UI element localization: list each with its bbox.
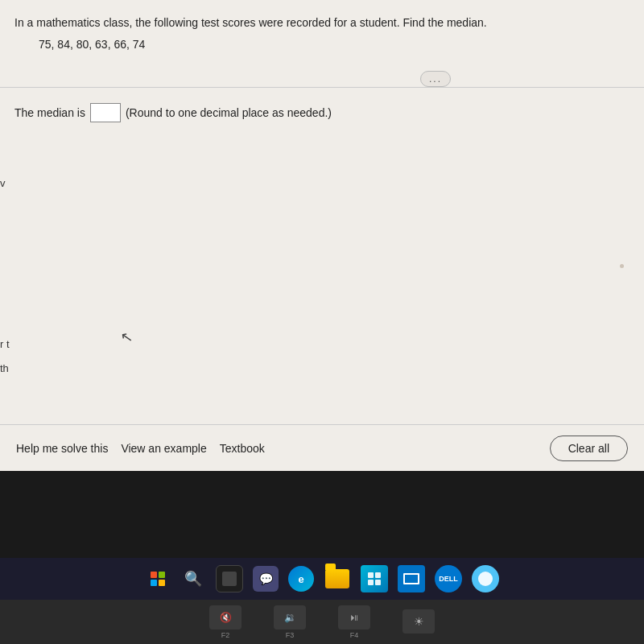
help-solve-button[interactable]: Help me solve this <box>16 436 121 461</box>
answer-note: (Round to one decimal place as needed.) <box>126 106 332 119</box>
mute-icon: 🔇 <box>209 605 242 630</box>
question-area: In a mathematics class, the following te… <box>14 14 630 64</box>
answer-input[interactable] <box>90 103 121 122</box>
answer-label-before: The median is <box>14 106 85 119</box>
keyboard-area: 🔇 F2 🔉 F3 ⏯ F4 ☀ <box>0 600 644 644</box>
taskbar-mail-icon[interactable] <box>398 565 425 592</box>
decorative-dot <box>620 264 624 268</box>
windows-taskbar: 🔍 💬 e DELL <box>0 558 644 600</box>
taskbar-edge-icon[interactable]: e <box>288 566 314 592</box>
key-f2: 🔇 F2 <box>209 605 242 639</box>
left-partial-mid: r t <box>0 338 14 350</box>
taskbar-teams-icon[interactable]: 💬 <box>253 566 279 592</box>
question-paper: v In a mathematics class, the following … <box>0 0 644 451</box>
left-partial-bot: th <box>0 362 14 374</box>
key-f3: 🔉 F3 <box>274 605 306 639</box>
section-divider <box>0 87 644 88</box>
answer-area: The median is (Round to one decimal plac… <box>14 103 630 122</box>
question-text: In a mathematics class, the following te… <box>14 14 630 31</box>
left-partial-top: v <box>0 177 14 189</box>
volume-icon: 🔉 <box>274 605 306 630</box>
taskbar-store-icon[interactable] <box>361 565 388 592</box>
windows-start-button[interactable] <box>145 566 171 592</box>
key-brightness: ☀ <box>402 609 435 635</box>
brightness-icon: ☀ <box>402 609 435 634</box>
view-example-button[interactable]: View an example <box>121 436 219 461</box>
taskbar-dell-icon[interactable]: DELL <box>435 565 462 592</box>
taskbar-file-manager[interactable] <box>216 565 243 592</box>
textbook-button[interactable]: Textbook <box>220 436 278 461</box>
scores-text: 75, 84, 80, 63, 66, 74 <box>39 38 630 51</box>
play-pause-icon: ⏯ <box>338 605 370 630</box>
clear-all-button[interactable]: Clear all <box>550 436 628 461</box>
more-options-button[interactable]: ... <box>420 71 451 87</box>
bottom-toolbar: Help me solve this View an example Textb… <box>0 424 644 471</box>
taskbar-search-button[interactable]: 🔍 <box>180 566 206 592</box>
taskbar-cortana-button[interactable] <box>472 565 499 592</box>
key-f4: ⏯ F4 <box>338 605 370 639</box>
taskbar-explorer-icon[interactable] <box>324 565 351 592</box>
cursor-icon: ↖ <box>119 328 134 347</box>
